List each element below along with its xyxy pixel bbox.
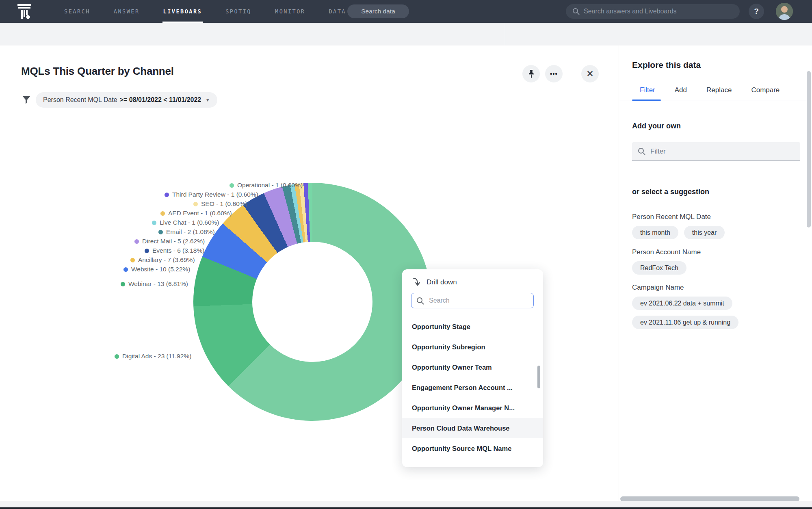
donut-hole	[252, 242, 372, 362]
panel-vertical-scrollbar[interactable]	[807, 71, 811, 227]
panel-filter-input[interactable]: Filter	[632, 142, 800, 161]
legend-item[interactable]: Webinar - 13 (6.81%)	[121, 280, 188, 288]
suggestion-group: Person Account NameRedFox Tech	[632, 248, 803, 275]
drilldown-popup: Drill down Search Opportunity StageOppor…	[402, 269, 543, 467]
suggestion-chip[interactable]: this month	[632, 226, 678, 239]
legend-dot	[165, 193, 169, 197]
suggestion-chips: ev 2021.06.22 data + summitev 2021.11.06…	[632, 297, 803, 329]
nav-item-spotiq[interactable]: SPOTIQ	[225, 0, 251, 23]
legend-label: Third Party Review - 1 (0.60%)	[172, 191, 258, 198]
legend-item[interactable]: SEO - 1 (0.60%)	[193, 200, 247, 208]
drilldown-item[interactable]: Person Cloud Data Warehouse	[402, 418, 543, 438]
search-icon	[572, 8, 580, 15]
suggestion-chips: this monththis year	[632, 226, 803, 239]
legend-item[interactable]: AED Event - 1 (0.60%)	[160, 210, 232, 217]
legend-item[interactable]: Events - 6 (3.18%)	[145, 247, 204, 254]
legend-dot	[160, 211, 165, 216]
pin-button[interactable]	[522, 65, 540, 82]
nav-item-liveboars[interactable]: LIVEBOARS	[163, 0, 202, 23]
panel-filter-placeholder: Filter	[650, 147, 666, 156]
legend-item[interactable]: Live Chat - 1 (0.60%)	[152, 219, 219, 226]
legend-item[interactable]: Website - 10 (5.22%)	[123, 266, 190, 273]
drilldown-scrollbar[interactable]	[537, 366, 540, 388]
legend-dot	[152, 221, 156, 225]
nav-item-data[interactable]: DATA	[329, 0, 346, 23]
legend-dot	[158, 230, 163, 234]
legend-label: Direct Mail - 5 (2.62%)	[142, 238, 205, 245]
tab-filter[interactable]: Filter	[640, 86, 655, 101]
legend-item[interactable]: Digital Ads - 23 (11.92%)	[115, 353, 191, 360]
drilldown-item[interactable]: Engagement Person Account ...	[402, 377, 543, 398]
legend-label: Website - 10 (5.22%)	[131, 266, 190, 273]
nav-item-answer[interactable]: ANSWER	[114, 0, 140, 23]
chevron-down-icon: ▼	[205, 97, 210, 103]
legend-label: Digital Ads - 23 (11.92%)	[122, 353, 191, 360]
suggestion-group: Campaign Nameev 2021.06.22 data + summit…	[632, 284, 803, 329]
explore-panel-title: Explore this data	[632, 60, 701, 70]
add-your-own-heading: Add your own	[632, 122, 681, 130]
nav-menu: SEARCHANSWERLIVEBOARSSPOTIQMONITORDATA	[64, 0, 346, 23]
drilldown-item[interactable]: Opportunity Owner Team	[402, 357, 543, 377]
legend-item[interactable]: Operational - 1 (0.60%)	[230, 182, 303, 189]
legend-label: AED Event - 1 (0.60%)	[168, 210, 232, 217]
legend-item[interactable]: Third Party Review - 1 (0.60%)	[165, 191, 258, 198]
search-icon	[638, 147, 645, 155]
legend-item[interactable]: Direct Mail - 5 (2.62%)	[134, 238, 205, 245]
legend-label: Email - 2 (1.08%)	[166, 228, 215, 236]
panel-horizontal-scrollbar[interactable]	[620, 496, 799, 501]
legend-dot	[130, 258, 135, 262]
close-button[interactable]: ✕	[581, 65, 599, 82]
suggestion-chip[interactable]: RedFox Tech	[632, 261, 686, 275]
tab-replace[interactable]: Replace	[706, 86, 732, 101]
suggestion-heading: or select a suggestion	[632, 188, 709, 196]
suggestion-chips: RedFox Tech	[632, 261, 803, 275]
avatar-photo	[776, 3, 793, 20]
pin-icon	[527, 69, 535, 78]
user-avatar[interactable]	[776, 3, 793, 20]
legend-label: Operational - 1 (0.60%)	[237, 182, 303, 189]
thoughtspot-logo-icon[interactable]	[17, 4, 32, 19]
legend-label: Webinar - 13 (6.81%)	[128, 280, 188, 288]
suggestion-group: Person Recent MQL Datethis monththis yea…	[632, 213, 803, 239]
help-button[interactable]: ?	[749, 4, 764, 19]
legend-label: Live Chat - 1 (0.60%)	[160, 219, 219, 226]
search-icon	[416, 297, 424, 305]
global-search-input[interactable]: Search answers and Liveboards	[566, 4, 740, 19]
legend-dot	[115, 354, 119, 359]
strip-divider	[505, 23, 505, 45]
drilldown-item[interactable]: Opportunity Subregion	[402, 337, 543, 357]
suggestion-chip[interactable]: this year	[684, 226, 725, 239]
nav-item-monitor[interactable]: MONITOR	[275, 0, 305, 23]
legend-item[interactable]: Email - 2 (1.08%)	[158, 228, 215, 236]
drilldown-header: Drill down	[412, 277, 457, 287]
drilldown-title: Drill down	[427, 278, 457, 286]
tabs-divider	[619, 100, 807, 100]
legend-dot	[123, 267, 128, 272]
nav-item-search[interactable]: SEARCH	[64, 0, 90, 23]
legend-label: Events - 6 (3.18%)	[152, 247, 204, 254]
legend-label: Ancillary - 7 (3.69%)	[138, 256, 195, 264]
suggestion-field-label: Person Recent MQL Date	[632, 213, 803, 221]
search-data-button[interactable]: Search data	[347, 4, 409, 18]
legend-item[interactable]: Ancillary - 7 (3.69%)	[130, 256, 195, 264]
date-filter-chip[interactable]: Person Recent MQL Date >= 08/01/2022 < 1…	[36, 92, 217, 108]
tab-compare[interactable]: Compare	[751, 86, 780, 101]
legend-dot	[193, 202, 198, 206]
drilldown-item[interactable]: Opportunity Stage	[402, 316, 543, 337]
drill-down-icon	[412, 277, 421, 287]
legend-label: SEO - 1 (0.60%)	[201, 200, 247, 208]
drilldown-item[interactable]: Opportunity Source MQL Name	[402, 438, 543, 459]
drilldown-item[interactable]: Opportunity Owner Manager N...	[402, 398, 543, 418]
suggestion-chip[interactable]: ev 2021.11.06 get up & running	[632, 316, 738, 329]
drilldown-search-input[interactable]: Search	[411, 293, 534, 308]
suggestion-chip[interactable]: ev 2021.06.22 data + summit	[632, 297, 732, 310]
more-options-button[interactable]: •••	[545, 65, 563, 82]
legend-dot	[145, 249, 149, 253]
filter-condition: >= 08/01/2022 < 11/01/2022	[120, 96, 201, 104]
viz-actions: ••• ✕	[522, 65, 599, 82]
viz-title: MQLs This Quarter by Channel	[21, 65, 174, 78]
page-background-strip	[0, 23, 812, 45]
legend-dot	[230, 183, 234, 188]
tab-add[interactable]: Add	[675, 86, 687, 101]
drilldown-list: Opportunity StageOpportunity SubregionOp…	[402, 316, 543, 459]
